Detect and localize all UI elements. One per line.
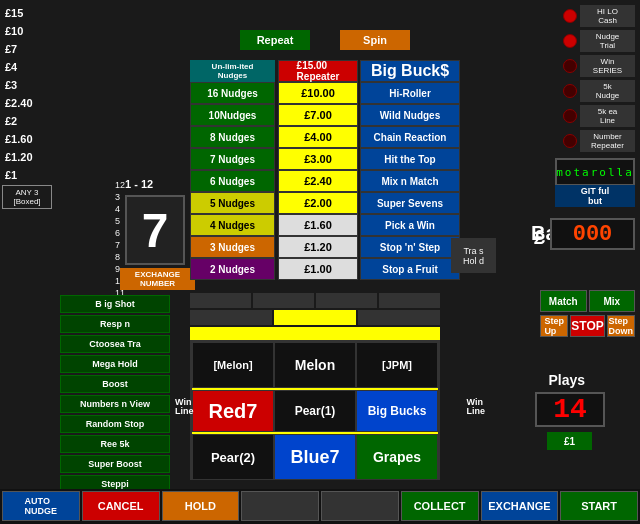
value-3: £3.00 — [278, 148, 358, 170]
action-super-boost[interactable]: Super Boost — [60, 455, 170, 473]
reel-1-2: Melon — [274, 342, 356, 388]
light-nr-indicator — [563, 134, 577, 148]
value-7: £7.00 — [278, 104, 358, 126]
inactive-btn-2 — [321, 491, 399, 521]
right-mid-panel: Match Mix StepUp STOP StepDown — [540, 290, 635, 337]
light-hilo-indicator — [563, 9, 577, 23]
prize-10: £10 — [5, 23, 55, 39]
ind-row1-1 — [190, 293, 251, 308]
plays-value-display: 14 — [535, 392, 605, 427]
transfer-hold-display: Tra s Hol d — [451, 238, 496, 273]
ind-row2-3 — [358, 310, 440, 325]
feature-table: Big Buck$ Hi-Roller Wild Nudges Chain Re… — [360, 60, 460, 280]
auto-nudge-button[interactable]: AUTONUDGE — [2, 491, 80, 521]
feature-hit-top: Hit the Top — [360, 148, 460, 170]
action-random-stop[interactable]: Random Stop — [60, 415, 170, 433]
exchange-button[interactable]: EXCHANGE — [481, 491, 559, 521]
motorola-display: motarolla — [555, 158, 635, 186]
prize-1-60: £1.60 — [5, 131, 55, 147]
prize-15: £15 — [5, 5, 55, 21]
collect-button[interactable]: COLLECT — [401, 491, 479, 521]
bottom-bar: AUTONUDGE CANCEL HOLD COLLECT EXCHANGE S… — [0, 489, 640, 524]
reel-3-2: Blue7 — [274, 434, 356, 480]
light-nudge-indicator — [563, 34, 577, 48]
spin-button[interactable]: Spin — [340, 30, 410, 50]
feature-hi-roller: Hi-Roller — [360, 82, 460, 104]
action-ctoosea[interactable]: Ctoosea Tra — [60, 335, 170, 353]
step-up-button[interactable]: StepUp — [540, 315, 568, 337]
range-display: 1 - 12 — [125, 178, 153, 190]
light-5k-nudge-label: 5kNudge — [580, 80, 635, 102]
light-hilo: HI LOCash — [563, 5, 635, 27]
light-5k-nudge: 5kNudge — [563, 80, 635, 102]
reel-3-1: Pear(2) — [192, 434, 274, 480]
light-win-series: WinSERIES — [563, 55, 635, 77]
cancel-button[interactable]: CANCEL — [82, 491, 160, 521]
nudge-6: 6 Nudges — [190, 170, 275, 192]
inactive-btn-1 — [241, 491, 319, 521]
action-ree-5k[interactable]: Ree 5k — [60, 435, 170, 453]
mix-button[interactable]: Mix — [589, 290, 636, 312]
light-nudge-trial: NudgeTrial — [563, 30, 635, 52]
feature-stop-step: Stop 'n' Step — [360, 236, 460, 258]
win-line-right-label: WinLine — [466, 398, 485, 416]
prize-1-20: £1.20 — [5, 149, 55, 165]
feature-stop-fruit: Stop a Fruit — [360, 258, 460, 280]
nudge-16: 16 Nudges — [190, 82, 275, 104]
bank-value-display: 000 — [550, 218, 635, 250]
nudge-8: 8 Nudges — [190, 126, 275, 148]
prize-7: £7 — [5, 41, 55, 57]
reel-2-1: Red7 — [192, 390, 274, 432]
exchange-number-button[interactable]: EXCHANGENUMBER — [120, 268, 195, 290]
ind-row2-2 — [274, 310, 356, 325]
value-repeater: £15.00Repeater — [278, 60, 358, 82]
nudge-header: Un-lim-itedNudges — [190, 60, 275, 82]
action-numbers-view[interactable]: Numbers n View — [60, 395, 170, 413]
hold-button[interactable]: HOLD — [162, 491, 240, 521]
light-5k-line-indicator — [563, 109, 577, 123]
ind-row2-1 — [190, 310, 272, 325]
feature-wild-nudges: Wild Nudges — [360, 104, 460, 126]
feature-chain-reaction: Chain Reaction — [360, 126, 460, 148]
match-button[interactable]: Match — [540, 290, 587, 312]
step-down-button[interactable]: StepDown — [607, 315, 635, 337]
repeat-button[interactable]: Repeat — [240, 30, 310, 50]
value-10: £10.00 — [278, 82, 358, 104]
light-hilo-label: HI LOCash — [580, 5, 635, 27]
light-nudge-label: NudgeTrial — [580, 30, 635, 52]
light-5k-line: 5k eaLine — [563, 105, 635, 127]
light-5k-line-label: 5k eaLine — [580, 105, 635, 127]
start-button[interactable]: START — [560, 491, 638, 521]
prize-2-40: £2.40 — [5, 95, 55, 111]
action-boost[interactable]: Boost — [60, 375, 170, 393]
one-pound-button[interactable]: £1 — [547, 432, 592, 450]
win-line-left-label: WinLine — [175, 398, 194, 416]
any3-label: ANY 3 [Boxed] — [2, 185, 52, 209]
value-1-20: £1.20 — [278, 236, 358, 258]
nudge-2: 2 Nudges — [190, 258, 275, 280]
match-mix-row: Match Mix — [540, 290, 635, 312]
ind-row1-2 — [253, 293, 314, 308]
feature-big-bucks: Big Buck$ — [360, 60, 460, 82]
ind-row1-3 — [316, 293, 377, 308]
nudge-4: 4 Nudges — [190, 214, 275, 236]
exchange-number-display: 7 — [125, 195, 185, 265]
value-4: £4.00 — [278, 126, 358, 148]
ind-row1-4 — [379, 293, 440, 308]
light-win-label: WinSERIES — [580, 55, 635, 77]
lights-column: HI LOCash NudgeTrial WinSERIES 5kNudge 5… — [563, 5, 635, 152]
feature-mix-match: Mix n Match — [360, 170, 460, 192]
action-big-shot[interactable]: B ig Shot — [60, 295, 170, 313]
mid-indicators — [190, 293, 440, 342]
nudge-table: 16 Nudges 10Nudges 8 Nudges 7 Nudges 6 N… — [190, 82, 275, 280]
reel-3-3: Grapes — [356, 434, 438, 480]
git-display: GIT fulbut — [555, 185, 635, 207]
action-panel: B ig Shot Resp n Ctoosea Tra Mega Hold B… — [60, 295, 170, 493]
reel-2-2: Pear(1) — [274, 390, 356, 432]
action-resp[interactable]: Resp n — [60, 315, 170, 333]
prize-2: £2 — [5, 113, 55, 129]
action-mega-hold[interactable]: Mega Hold — [60, 355, 170, 373]
stop-button[interactable]: STOP — [570, 315, 604, 337]
reel-row-3: Pear(2) Blue7 Grapes — [192, 434, 438, 480]
feature-pick-win: Pick a Win — [360, 214, 460, 236]
